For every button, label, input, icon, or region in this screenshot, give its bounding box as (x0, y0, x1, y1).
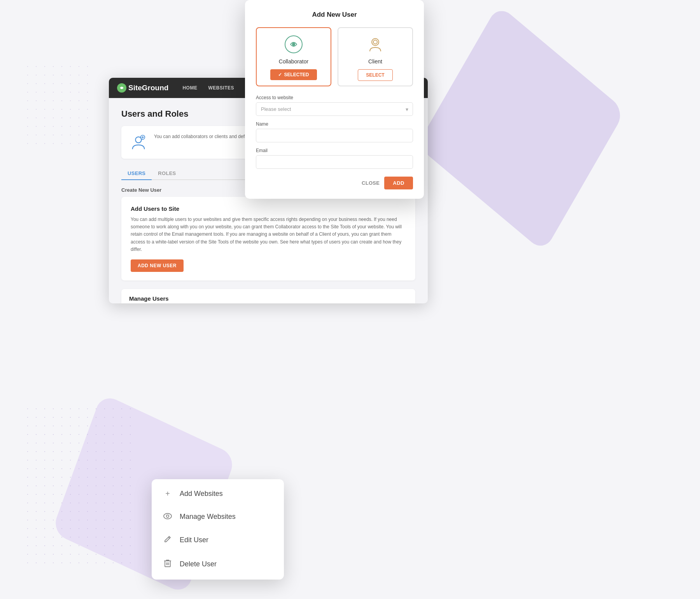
email-field-group: Email (256, 148, 413, 169)
logo-icon (117, 83, 127, 93)
eye-icon (163, 512, 173, 521)
context-delete-user[interactable]: Delete User (152, 552, 284, 576)
manage-title: Manage Users (129, 295, 408, 302)
access-field-group: Access to website Please select ▾ (256, 95, 413, 116)
collaborator-label: Collaborator (279, 58, 308, 65)
plus-icon: + (163, 489, 173, 498)
add-users-desc: You can add multiple users to your websi… (131, 216, 406, 253)
logo-area: SiteGround (117, 83, 168, 93)
nav-websites[interactable]: WEBSITES (208, 85, 234, 91)
add-user-info-icon (129, 133, 148, 152)
email-label: Email (256, 148, 413, 153)
email-input[interactable] (256, 155, 413, 169)
client-label: Client (368, 58, 382, 65)
svg-point-17 (373, 40, 377, 44)
svg-point-1 (121, 87, 123, 89)
collaborator-icon (284, 35, 303, 54)
access-select-wrapper: Please select ▾ (256, 102, 413, 116)
tab-roles[interactable]: ROLES (152, 167, 182, 180)
bg-dots-top (23, 62, 93, 148)
close-button[interactable]: CLOSE (362, 180, 380, 186)
svg-point-7 (166, 515, 169, 517)
bg-dots-bottom (23, 405, 132, 568)
add-button[interactable]: ADD (384, 177, 413, 189)
user-type-grid: Collaborator ✓ SELECTED Client SELECT (256, 27, 413, 86)
access-select[interactable]: Please select (256, 102, 413, 116)
context-menu: + Add Websites Manage Websites Edit User (152, 479, 284, 580)
access-label: Access to website (256, 95, 413, 100)
add-user-modal: Add New User Collaborator ✓ SELECTED Cli… (245, 0, 424, 199)
svg-point-15 (292, 43, 295, 46)
trash-icon (163, 559, 173, 569)
manage-section: Manage Users USERS LOGS Name Actions Dan… (121, 289, 415, 303)
name-input[interactable] (256, 129, 413, 142)
bg-shape-right (417, 4, 626, 252)
add-new-user-button[interactable]: ADD NEW USER (131, 259, 184, 272)
context-edit-user[interactable]: Edit User (152, 528, 284, 552)
edit-icon (163, 535, 173, 545)
tab-users[interactable]: USERS (121, 167, 152, 180)
name-label: Name (256, 121, 413, 127)
context-manage-websites[interactable]: Manage Websites (152, 505, 284, 528)
svg-point-16 (372, 39, 379, 46)
collaborator-selected-button[interactable]: ✓ SELECTED (270, 69, 317, 80)
client-select-button[interactable]: SELECT (358, 69, 392, 81)
user-type-client[interactable]: Client SELECT (338, 27, 413, 86)
client-icon (366, 35, 385, 54)
add-users-card: Add Users to Site You can add multiple u… (121, 197, 415, 280)
context-add-websites[interactable]: + Add Websites (152, 482, 284, 505)
modal-footer: CLOSE ADD (256, 177, 413, 189)
user-type-collaborator[interactable]: Collaborator ✓ SELECTED (256, 27, 331, 86)
name-field-group: Name (256, 121, 413, 142)
logo-text: SiteGround (128, 84, 168, 92)
nav-home[interactable]: HOME (182, 85, 197, 91)
add-users-title: Add Users to Site (131, 205, 406, 212)
modal-title: Add New User (256, 11, 413, 19)
svg-line-8 (168, 537, 170, 538)
svg-point-6 (164, 513, 172, 519)
